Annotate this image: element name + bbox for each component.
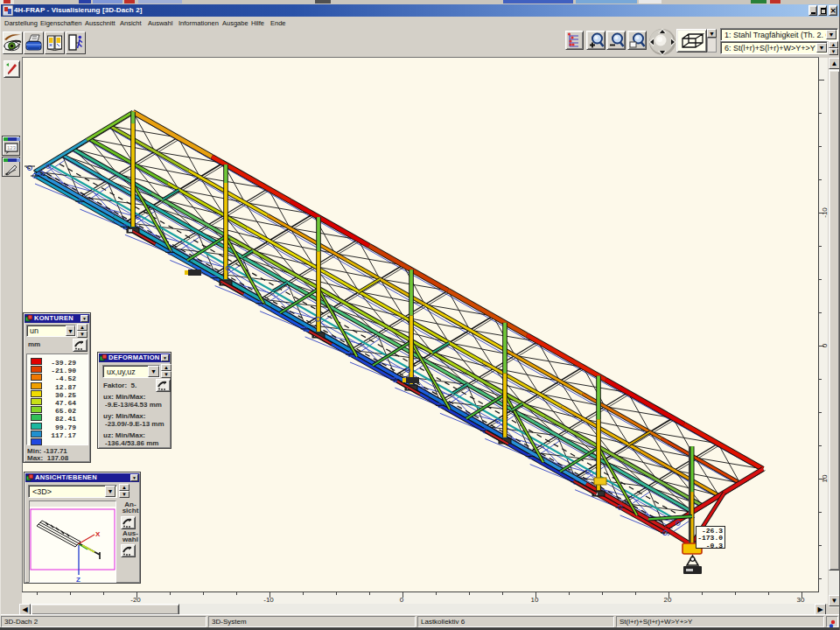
svg-text:Z: Z (76, 576, 80, 582)
svg-text:123: 123 (7, 145, 17, 150)
svg-text:X: X (95, 530, 101, 538)
